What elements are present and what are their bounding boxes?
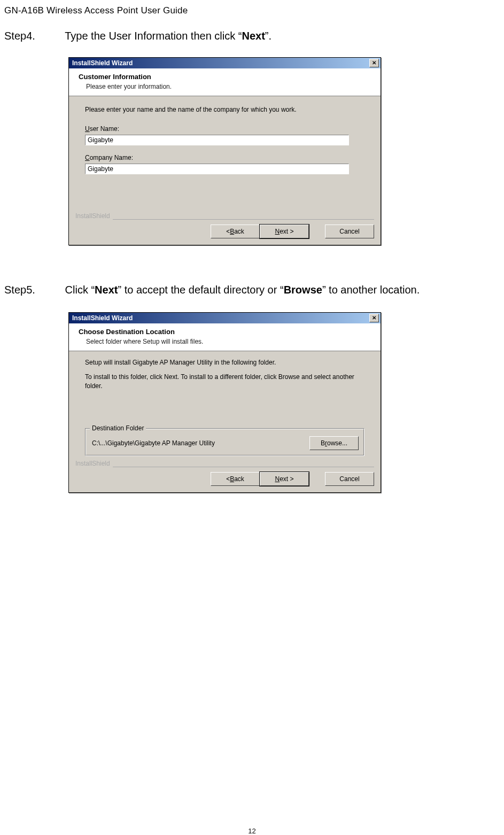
close-icon[interactable]: ✕: [369, 314, 379, 322]
step5-line: Step5. Click “Next” to accept the defaul…: [4, 284, 500, 296]
step5-b2: Browse: [284, 284, 322, 296]
back-button[interactable]: < Back: [211, 472, 260, 486]
step5-t1: Click “: [65, 284, 95, 296]
next-button[interactable]: Next >: [260, 472, 309, 486]
step5-t3: ” to another location.: [322, 284, 420, 296]
titlebar: InstallShield Wizard ✕: [69, 313, 381, 323]
user-name-label: UUser Name:ser Name:: [85, 125, 365, 133]
page-number: 12: [0, 827, 504, 835]
back-button[interactable]: < Back: [211, 225, 260, 238]
install-line1: Setup will install Gigabyte AP Manager U…: [85, 359, 365, 366]
dialog-header-title: Choose Destination Location: [79, 328, 371, 336]
brand-line: InstallShield: [69, 216, 381, 219]
installshield-dialog-destination: InstallShield Wizard ✕ Choose Destinatio…: [68, 312, 381, 493]
step5-t2: ” to accept the default directory or “: [118, 284, 283, 296]
dialog-header-title: Customer Information: [79, 73, 371, 81]
step4-text-after: ”.: [265, 30, 272, 42]
instruction-text: Please enter your name and the name of t…: [85, 106, 365, 113]
dialog-header: Customer Information Please enter your i…: [69, 68, 381, 96]
install-line2: To install to this folder, click Next. T…: [85, 373, 365, 391]
step4-text-before: Type the User Information then click “: [65, 30, 242, 42]
step5-b1: Next: [95, 284, 118, 296]
destination-folder-title: Destination Folder: [90, 424, 146, 432]
next-button[interactable]: Next >: [260, 225, 309, 238]
dialog-header-sub: Please enter your information.: [79, 83, 371, 90]
browse-button[interactable]: Browse...: [309, 436, 359, 450]
titlebar: InstallShield Wizard ✕: [69, 58, 381, 68]
titlebar-text: InstallShield Wizard: [72, 59, 369, 67]
step4-bold: Next: [242, 30, 265, 42]
dialog-header-sub: Select folder where Setup will install f…: [79, 338, 371, 345]
cancel-button[interactable]: Cancel: [325, 472, 374, 486]
dialog-body: Please enter your name and the name of t…: [69, 96, 381, 216]
step4-label: Step4.: [4, 30, 62, 42]
dialog-header: Choose Destination Location Select folde…: [69, 323, 381, 351]
company-name-label: Company Name:: [85, 154, 365, 161]
step5-label: Step5.: [4, 284, 62, 296]
destination-path: C:\...\Gigabyte\Gigabyte AP Manager Util…: [92, 439, 309, 447]
cancel-button[interactable]: Cancel: [325, 225, 374, 238]
installshield-dialog-userinfo: InstallShield Wizard ✕ Customer Informat…: [68, 57, 381, 245]
titlebar-text: InstallShield Wizard: [72, 314, 369, 322]
user-name-field[interactable]: [85, 135, 349, 145]
step4-line: Step4. Type the User Information then cl…: [4, 30, 500, 42]
brand-line: InstallShield: [69, 459, 381, 467]
dialog-body: Setup will install Gigabyte AP Manager U…: [69, 351, 381, 459]
destination-folder-group: Destination Folder C:\...\Gigabyte\Gigab…: [85, 428, 365, 456]
company-name-field[interactable]: [85, 164, 349, 174]
close-icon[interactable]: ✕: [369, 59, 379, 67]
doc-header: GN-A16B Wireless Access Point User Guide: [4, 5, 500, 16]
